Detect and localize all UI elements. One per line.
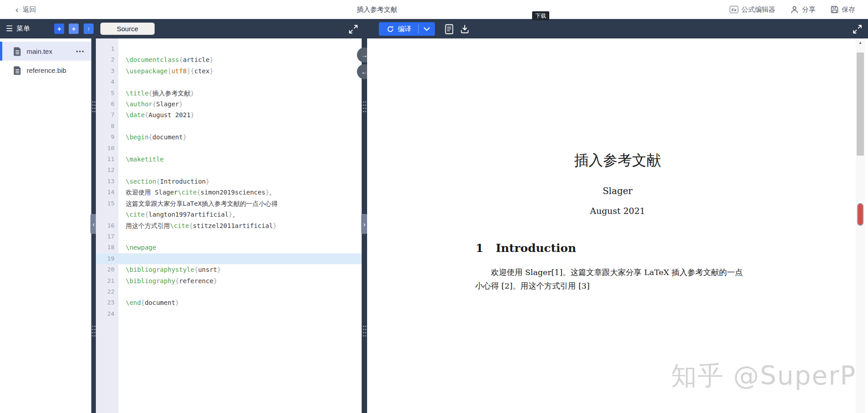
- download-icon: [460, 24, 469, 34]
- compile-button[interactable]: 编译: [379, 22, 418, 36]
- editor-pdf-resize-handle[interactable]: → ← ›: [362, 38, 367, 413]
- editor-line[interactable]: 16用这个方式引用\cite{stitzel2011artificial}: [96, 220, 362, 231]
- file-name: reference.bib: [27, 66, 66, 74]
- menu-button[interactable]: ☰ 菜单: [6, 19, 30, 38]
- save-button[interactable]: 保存: [830, 5, 855, 14]
- editor-line[interactable]: 23\end{document}: [96, 297, 362, 308]
- refresh-icon: [387, 25, 394, 33]
- line-number: 19: [96, 253, 118, 264]
- resize-grip[interactable]: [92, 100, 96, 113]
- line-number: 5: [96, 88, 118, 99]
- line-number: 15: [96, 198, 118, 220]
- code-line: \end{document}: [118, 297, 362, 308]
- editor-line[interactable]: 12: [96, 165, 362, 176]
- editor-line[interactable]: 3\usepackage[utf8]{ctex}: [96, 66, 362, 76]
- file-item[interactable]: reference.bib: [0, 61, 91, 80]
- save-icon: [830, 5, 839, 14]
- editor-line[interactable]: 10: [96, 143, 362, 154]
- editor-line[interactable]: 7\date{August 2021}: [96, 109, 362, 120]
- line-number: 21: [96, 275, 118, 286]
- editor-line[interactable]: 20\bibliographystyle{unsrt}: [96, 264, 362, 275]
- editor-line[interactable]: 17: [96, 231, 362, 242]
- code-line: \section{Introduction}: [118, 176, 362, 187]
- resize-grip[interactable]: [363, 100, 367, 113]
- line-number: 11: [96, 154, 118, 165]
- chevron-left-icon: ‹: [93, 220, 95, 228]
- new-file-icon[interactable]: +: [54, 24, 64, 34]
- file-list: main.tex●●●reference.bib: [0, 42, 91, 80]
- editor-line[interactable]: 6\author{Slager}: [96, 99, 362, 109]
- file-sidebar: main.tex●●●reference.bib: [0, 38, 91, 413]
- collapse-editor-button[interactable]: ›: [361, 214, 368, 234]
- editor-line[interactable]: 4: [96, 76, 362, 87]
- pdf-section-heading: 1 Introduction: [476, 242, 576, 255]
- editor-line[interactable]: 19: [96, 253, 362, 264]
- file-item[interactable]: main.tex●●●: [0, 42, 91, 61]
- code-line: \title{插入参考文献}: [118, 88, 362, 99]
- editor-line[interactable]: 15这篇文章跟大家分享LaTeX插入参考文献的一点小心得\cite{langto…: [96, 198, 362, 220]
- compile-dropdown-button[interactable]: [419, 22, 435, 36]
- code-line: [118, 309, 362, 319]
- pdf-scrollbar[interactable]: ▲: [856, 38, 865, 413]
- code-line: [118, 253, 362, 264]
- top-header: ‹ 返回 插入参考文献 Fx 公式编辑器 分享 保存: [0, 0, 868, 19]
- menu-label: 菜单: [16, 24, 30, 33]
- editor-line[interactable]: 11\maketitle: [96, 154, 362, 165]
- code-line: \bibliographystyle{unsrt}: [118, 264, 362, 275]
- resize-grip[interactable]: [363, 325, 367, 337]
- code-line: \documentclass{article}: [118, 54, 362, 65]
- new-folder-icon[interactable]: +: [69, 24, 79, 34]
- expand-editor-button[interactable]: [348, 24, 359, 34]
- chevron-left-icon: ‹: [15, 5, 19, 14]
- editor-line[interactable]: 8: [96, 121, 362, 132]
- editor-line[interactable]: 22: [96, 286, 362, 297]
- editor-line[interactable]: 13\section{Introduction}: [96, 176, 362, 187]
- download-tooltip: 下载: [532, 11, 549, 20]
- code-line: \newpage: [118, 242, 362, 253]
- download-pdf-button[interactable]: [459, 24, 470, 34]
- editor-line[interactable]: 1: [96, 43, 362, 54]
- formula-editor-button[interactable]: Fx 公式编辑器: [730, 5, 775, 14]
- editor-line[interactable]: 5\title{插入参考文献}: [96, 88, 362, 99]
- line-number: 20: [96, 264, 118, 275]
- file-more-button[interactable]: ●●●: [76, 49, 85, 53]
- line-number: 2: [96, 54, 118, 65]
- editor-line[interactable]: 9\begin{document}: [96, 132, 362, 142]
- line-number: 16: [96, 220, 118, 231]
- share-button[interactable]: 分享: [790, 5, 816, 14]
- editor-toolbar: ☰ 菜单 + + ↑ Source 编译: [0, 19, 868, 38]
- sidebar-resize-handle[interactable]: ‹: [91, 38, 96, 413]
- scroll-up-arrow-icon[interactable]: ▲: [856, 40, 865, 45]
- scroll-position-marker: [857, 203, 863, 226]
- code-editor[interactable]: 12\documentclass{article}3\usepackage[ut…: [96, 38, 362, 413]
- editor-line[interactable]: 21\bibliography{reference}: [96, 275, 362, 286]
- editor-line[interactable]: 24: [96, 309, 362, 319]
- pdf-author: Slager: [475, 185, 760, 196]
- formula-editor-label: 公式编辑器: [741, 5, 775, 14]
- scrollbar-thumb[interactable]: [857, 52, 864, 156]
- upload-file-icon[interactable]: ↑: [84, 24, 94, 34]
- back-button[interactable]: ‹ 返回: [15, 0, 36, 19]
- editor-line[interactable]: 14欢迎使用 Slager\cite{simon2019sciences}。: [96, 187, 362, 198]
- code-line: [118, 76, 362, 87]
- pdf-preview: 插入参考文献 Slager August 2021 1 Introduction…: [367, 38, 854, 413]
- paragraph-line: 欢迎使用 Slager[1]。这篇文章跟大家分享 LaTeX 插入参考文献的一点: [475, 266, 764, 280]
- section-title: Introduction: [495, 242, 576, 255]
- line-number: 17: [96, 231, 118, 242]
- file-icon: [13, 47, 22, 56]
- code-line: \begin{document}: [118, 132, 362, 142]
- expand-pdf-button[interactable]: [852, 24, 863, 34]
- line-number: 24: [96, 309, 118, 319]
- code-line: [118, 286, 362, 297]
- editor-line[interactable]: 2\documentclass{article}: [96, 54, 362, 65]
- editor-line[interactable]: 18\newpage: [96, 242, 362, 253]
- log-document-button[interactable]: [443, 24, 454, 34]
- zhihu-watermark: 知乎 @SuperP: [671, 359, 854, 394]
- code-line: 欢迎使用 Slager\cite{simon2019sciences}。: [118, 187, 362, 198]
- line-number: 10: [96, 143, 118, 154]
- share-label: 分享: [802, 5, 816, 14]
- resize-grip[interactable]: [92, 325, 96, 337]
- pdf-paragraph: 欢迎使用 Slager[1]。这篇文章跟大家分享 LaTeX 插入参考文献的一点…: [475, 266, 764, 293]
- source-toggle-button[interactable]: Source: [100, 23, 155, 35]
- code-line: [118, 43, 362, 54]
